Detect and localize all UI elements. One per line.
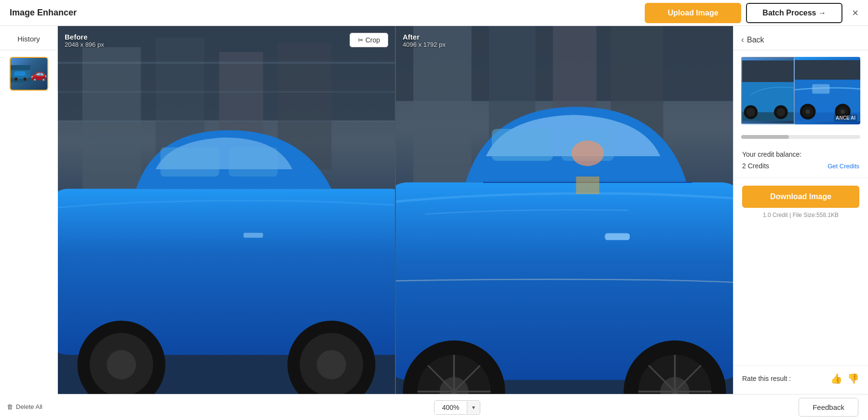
thumbs-up-button[interactable]: 👍 xyxy=(830,373,842,384)
delete-all-area[interactable]: 🗑 Delete All xyxy=(7,403,42,410)
compare-area: Before 2048 x 896 px ✂ Crop xyxy=(58,26,733,420)
svg-rect-15 xyxy=(58,91,395,93)
batch-process-button[interactable]: Batch Process → xyxy=(746,3,842,23)
svg-rect-26 xyxy=(244,233,263,238)
after-label-group: After 4096 x 1792 px xyxy=(403,33,446,48)
crop-button[interactable]: ✂ Crop xyxy=(350,33,388,47)
svg-point-62 xyxy=(776,108,785,117)
rate-buttons: 👍 👎 xyxy=(830,373,859,384)
svg-rect-49 xyxy=(492,129,553,161)
preview-image-container: ANCE AI xyxy=(741,57,860,124)
feedback-button[interactable]: Feedback xyxy=(799,398,858,417)
before-title: Before xyxy=(65,33,104,41)
before-car-image xyxy=(58,26,395,420)
thumbnail-image xyxy=(11,58,47,90)
svg-rect-3 xyxy=(14,71,25,76)
scrollbar-thumb xyxy=(741,135,789,139)
after-panel: After 4096 x 1792 px xyxy=(396,26,733,420)
svg-rect-16 xyxy=(58,121,395,122)
preview-watermark: ANCE AI xyxy=(834,114,857,122)
svg-point-71 xyxy=(841,109,845,114)
after-title: After xyxy=(403,33,446,41)
back-arrow-icon: ‹ xyxy=(741,35,744,45)
upload-image-button[interactable]: Upload Image xyxy=(645,3,741,23)
after-car-image xyxy=(396,26,733,420)
preview-before xyxy=(741,57,795,124)
scrollbar-track[interactable] xyxy=(741,135,860,139)
svg-point-6 xyxy=(15,79,16,80)
svg-rect-14 xyxy=(58,62,395,64)
svg-rect-52 xyxy=(605,233,630,240)
zoom-control[interactable]: 400% ▾ xyxy=(434,400,481,415)
download-image-button[interactable]: Download Image xyxy=(742,186,859,208)
thumbnail-car-svg xyxy=(11,57,30,91)
download-meta: 1.0 Credit | File Size:558.1KB xyxy=(742,212,859,218)
credit-row: 2 Credits Get Credits xyxy=(742,162,859,170)
right-panel-header: ‹ Back xyxy=(733,26,868,50)
history-thumbnail[interactable] xyxy=(10,57,48,91)
sidebar: History 🗑 Delete Al xyxy=(0,26,58,420)
rate-section: Rate this result : 👍 👎 xyxy=(733,366,868,391)
back-label: Back xyxy=(747,36,764,44)
header: Image Enhancer Upload Image Batch Proces… xyxy=(0,0,868,26)
svg-point-54 xyxy=(571,140,604,166)
svg-rect-64 xyxy=(795,60,860,80)
svg-rect-24 xyxy=(161,147,219,176)
credit-balance-label: Your credit balance: xyxy=(742,150,859,158)
back-button[interactable]: ‹ Back xyxy=(741,35,764,45)
trash-icon: 🗑 xyxy=(7,403,13,410)
preview-section: ANCE AI xyxy=(733,50,868,131)
right-panel: ‹ Back xyxy=(733,26,868,420)
main-area: History 🗑 Delete Al xyxy=(0,26,868,420)
svg-rect-25 xyxy=(229,147,278,176)
svg-rect-57 xyxy=(742,61,794,82)
svg-rect-30 xyxy=(413,26,472,188)
history-label: History xyxy=(0,26,57,50)
after-dimensions: 4096 x 1792 px xyxy=(403,41,446,48)
before-label-group: Before 2048 x 896 px xyxy=(65,33,104,48)
svg-rect-72 xyxy=(812,84,829,94)
credit-section: Your credit balance: 2 Credits Get Credi… xyxy=(733,143,868,178)
app-title: Image Enhancer xyxy=(10,8,77,18)
delete-all-label: Delete All xyxy=(16,403,42,410)
credit-count: 2 Credits xyxy=(742,162,769,170)
thumbs-down-button[interactable]: 👎 xyxy=(847,373,859,384)
zoom-value: 400% xyxy=(434,401,467,414)
rate-label: Rate this result : xyxy=(742,375,791,382)
before-panel: Before 2048 x 896 px ✂ Crop xyxy=(58,26,395,420)
svg-point-23 xyxy=(317,350,346,379)
svg-point-68 xyxy=(806,109,810,114)
svg-point-60 xyxy=(746,108,755,117)
get-credits-link[interactable]: Get Credits xyxy=(827,163,859,170)
zoom-bar: 400% ▾ Feedback xyxy=(58,394,868,420)
download-section: Download Image 1.0 Credit | File Size:55… xyxy=(733,178,868,226)
sidebar-panel: History xyxy=(0,26,58,91)
preview-before-svg xyxy=(742,58,794,123)
header-actions: Upload Image Batch Process → × xyxy=(645,3,858,23)
svg-rect-55 xyxy=(576,176,599,194)
zoom-arrow-button[interactable]: ▾ xyxy=(467,401,480,414)
svg-point-7 xyxy=(24,79,26,80)
close-button[interactable]: × xyxy=(852,3,858,23)
svg-point-20 xyxy=(107,350,136,379)
before-dimensions: 2048 x 896 px xyxy=(65,41,104,48)
